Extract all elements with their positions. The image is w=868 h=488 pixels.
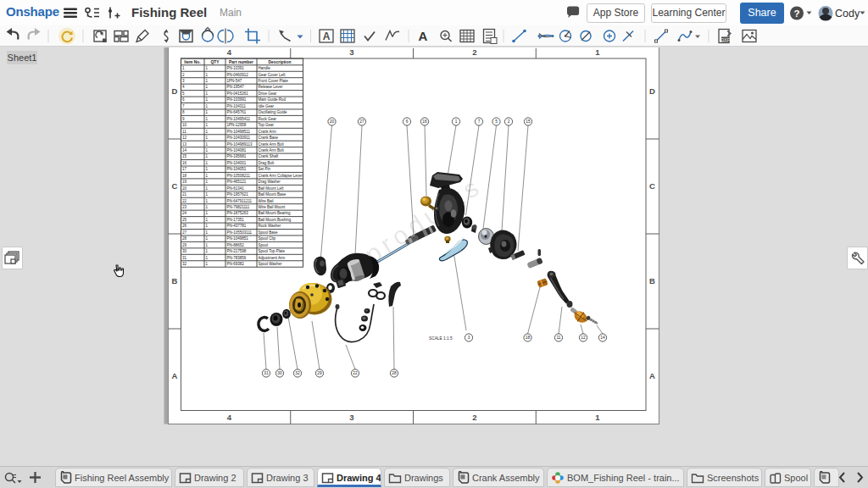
svg-text:19: 19	[182, 180, 187, 184]
svg-text:Crank Arm Bolt: Crank Arm Bolt	[259, 142, 285, 147]
svg-text:PN-1875263: PN-1875263	[227, 211, 249, 215]
svg-text:Item No.: Item No.	[184, 60, 201, 64]
svg-text:PN-104311: PN-104311	[227, 104, 247, 108]
svg-text:A: A	[419, 29, 428, 43]
svg-text:3: 3	[349, 47, 353, 57]
svg-text:14: 14	[182, 148, 187, 152]
svg-text:29: 29	[317, 371, 322, 375]
svg-text:Description: Description	[269, 60, 292, 64]
svg-text:A: A	[649, 371, 655, 380]
svg-text:Gear Cover Left: Gear Cover Left	[259, 73, 287, 77]
svg-text:30: 30	[277, 371, 282, 375]
svg-text:PN-105503111: PN-105503111	[227, 230, 253, 235]
svg-text:C: C	[172, 181, 178, 191]
svg-text:PN-10508211: PN-10508211	[227, 174, 251, 178]
svg-text:PN-61341: PN-61341	[227, 186, 245, 191]
svg-text:Part number: Part number	[229, 60, 253, 64]
svg-text:Bail Mount Bearing: Bail Mount Bearing	[259, 211, 292, 215]
svg-text:31: 31	[264, 371, 269, 375]
svg-text:Top Gear: Top Gear	[259, 123, 275, 127]
svg-text:21: 21	[182, 192, 187, 197]
svg-text:18: 18	[526, 336, 531, 340]
svg-text:PN-783856: PN-783856	[227, 256, 247, 260]
svg-text:3: 3	[468, 336, 470, 340]
svg-text:Drag Washer: Drag Washer	[259, 180, 281, 184]
svg-text:Crank Base: Crank Base	[259, 136, 279, 140]
svg-text:PN-10430911: PN-10430911	[227, 136, 251, 140]
svg-text:Spool Base: Spool Base	[259, 230, 279, 235]
svg-text:10: 10	[182, 123, 187, 127]
svg-text:Set Pin: Set Pin	[259, 167, 271, 171]
svg-text:PN-1049851: PN-1049851	[227, 236, 249, 241]
svg-text:11: 11	[182, 130, 186, 134]
svg-text:PN-19547: PN-19547	[227, 85, 245, 89]
svg-text:PN-217598: PN-217598	[227, 249, 247, 253]
svg-text:12: 12	[182, 136, 187, 140]
svg-text:24: 24	[182, 211, 187, 215]
svg-text:5: 5	[495, 119, 498, 124]
svg-text:17: 17	[182, 167, 187, 171]
svg-text:C: C	[649, 181, 655, 191]
svg-text:Drag Bolt: Drag Bolt	[259, 161, 275, 165]
svg-text:32: 32	[182, 262, 187, 266]
svg-text:PN-104081: PN-104081	[227, 148, 247, 152]
svg-text:29: 29	[182, 243, 187, 247]
svg-text:PN-0460912: PN-0460912	[227, 73, 249, 77]
svg-text:D: D	[172, 86, 178, 96]
svg-text:PN-17351: PN-17351	[227, 218, 245, 222]
svg-text:Idle Gear: Idle Gear	[259, 104, 275, 108]
svg-text:11: 11	[557, 336, 561, 340]
svg-text:1: 1	[595, 413, 600, 422]
svg-text:Wire Bail: Wire Bail	[259, 199, 274, 203]
svg-text:31: 31	[182, 256, 187, 260]
svg-text:14: 14	[600, 336, 605, 340]
svg-text:27: 27	[182, 230, 187, 235]
svg-text:Spool Top Plate: Spool Top Plate	[259, 249, 286, 253]
svg-text:PN-104989113: PN-104989113	[227, 142, 253, 147]
svg-text:Front Cover Plate: Front Cover Plate	[259, 79, 289, 83]
svg-text:PN-195681: PN-195681	[227, 154, 247, 158]
svg-text:Cody: Cody	[835, 8, 860, 19]
svg-text:28: 28	[182, 236, 187, 241]
svg-text:13: 13	[182, 142, 187, 147]
svg-text:16: 16	[422, 119, 427, 124]
svg-text:Spool Washer: Spool Washer	[259, 262, 283, 266]
svg-text:1: 1	[455, 119, 458, 124]
svg-text:Crank Shaft: Crank Shaft	[259, 154, 280, 158]
svg-text:PN-10391: PN-10391	[227, 66, 245, 70]
svg-text:PN-647911211: PN-647911211	[227, 199, 253, 203]
svg-text:A: A	[323, 30, 331, 42]
svg-text:4: 4	[227, 413, 232, 422]
svg-text:Bail Mount Base: Bail Mount Base	[259, 192, 287, 197]
svg-text:Handle: Handle	[259, 66, 271, 70]
svg-text:1PN-547: 1PN-547	[227, 79, 242, 83]
svg-text:Crank Arm Collapse Lever: Crank Arm Collapse Lever	[259, 174, 303, 178]
svg-text:B: B	[172, 276, 178, 286]
svg-text:PN-645761: PN-645761	[227, 110, 247, 114]
svg-text:2: 2	[472, 47, 476, 57]
svg-text:PN-88652: PN-88652	[227, 243, 245, 247]
svg-text:4: 4	[227, 47, 232, 57]
svg-text:A: A	[172, 371, 178, 380]
svg-text:Oscillating Guide: Oscillating Guide	[259, 110, 288, 114]
svg-text:22: 22	[353, 371, 358, 375]
svg-text:28: 28	[392, 371, 397, 375]
svg-text:7: 7	[478, 119, 481, 124]
svg-text:1PN-12958: 1PN-12958	[227, 123, 247, 127]
svg-text:Crank Arm Bolt: Crank Arm Bolt	[259, 148, 285, 152]
svg-text:12: 12	[581, 336, 586, 340]
svg-text:Release Lever: Release Lever	[259, 85, 284, 89]
svg-text:20: 20	[330, 119, 335, 124]
svg-text:PN-104051: PN-104051	[227, 167, 247, 171]
svg-text:Drive Gear: Drive Gear	[259, 92, 277, 96]
svg-text:PN-104001: PN-104001	[227, 161, 247, 165]
svg-text:PN-1957621: PN-1957621	[227, 192, 249, 197]
svg-text:PN-69382: PN-69382	[227, 262, 245, 266]
svg-text:?: ?	[793, 8, 799, 19]
svg-text:Rock Gear: Rock Gear	[259, 117, 277, 121]
svg-text:PN-465121: PN-465121	[227, 180, 247, 184]
svg-text:25: 25	[182, 218, 187, 222]
svg-text:PN-437781: PN-437781	[227, 224, 247, 228]
svg-text:2: 2	[508, 119, 510, 124]
svg-text:PN-103991: PN-103991	[227, 97, 247, 102]
